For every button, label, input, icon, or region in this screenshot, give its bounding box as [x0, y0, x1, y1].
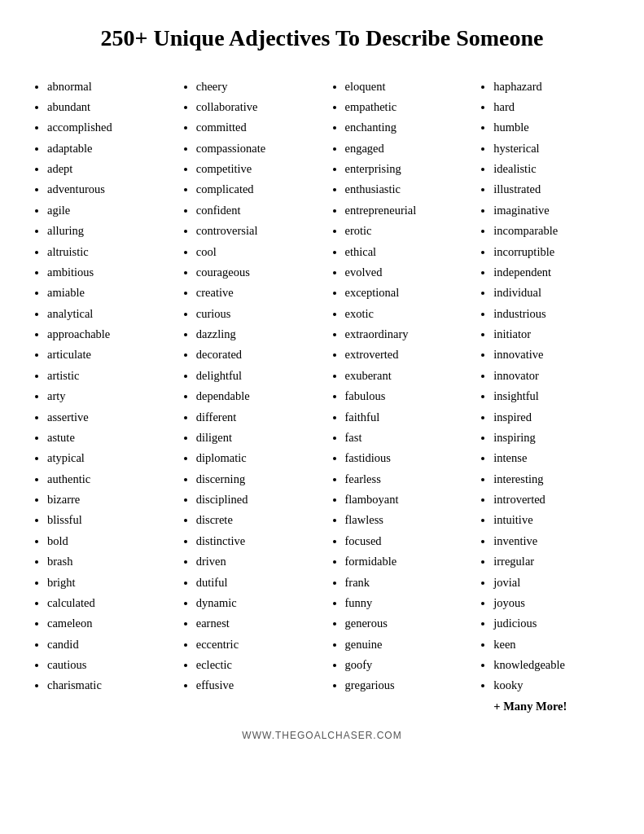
- list-item: amiable: [47, 283, 165, 303]
- list-item: individual: [493, 283, 611, 303]
- list-item: cheery: [196, 77, 314, 97]
- list-item: fast: [345, 428, 463, 448]
- list-item: enthusiastic: [345, 179, 463, 200]
- list-item: focused: [345, 531, 463, 551]
- list-item: insightful: [493, 386, 611, 406]
- list-item: eccentric: [196, 634, 314, 655]
- list-item: introverted: [493, 489, 611, 510]
- list-item: confident: [196, 200, 314, 221]
- list-item: assertive: [47, 407, 165, 428]
- list-item: exotic: [345, 304, 463, 324]
- list-item: intense: [493, 448, 611, 468]
- list-item: fearless: [345, 469, 463, 489]
- list-item: judicious: [493, 613, 611, 634]
- list-item: arty: [47, 386, 165, 406]
- list-item: analytical: [47, 304, 165, 324]
- many-more-label: + Many More!: [479, 700, 611, 713]
- list-item: genuine: [345, 634, 463, 655]
- list-item: cool: [196, 242, 314, 262]
- word-list-4: haphazardhardhumblehystericalidealistici…: [479, 77, 611, 696]
- list-item: adaptable: [47, 138, 165, 159]
- list-item: accomplished: [47, 117, 165, 138]
- list-item: astute: [47, 428, 165, 448]
- list-item: knowledgeable: [493, 655, 611, 675]
- list-item: candid: [47, 634, 165, 655]
- list-item: blissful: [47, 510, 165, 530]
- list-item: delightful: [196, 366, 314, 386]
- list-item: flamboyant: [345, 489, 463, 510]
- list-item: imaginative: [493, 200, 611, 221]
- list-item: innovative: [493, 345, 611, 365]
- list-item: inspired: [493, 407, 611, 428]
- list-item: joyous: [493, 593, 611, 613]
- list-item: funny: [345, 593, 463, 613]
- list-item: irregular: [493, 551, 611, 572]
- list-item: articulate: [47, 345, 165, 365]
- list-item: dynamic: [196, 593, 314, 613]
- list-item: ethical: [345, 242, 463, 262]
- list-item: adventurous: [47, 179, 165, 200]
- column-3: eloquentempatheticenchantingengagedenter…: [326, 77, 467, 713]
- list-item: abundant: [47, 97, 165, 117]
- list-item: extraordinary: [345, 324, 463, 345]
- list-item: curious: [196, 304, 314, 324]
- list-item: approachable: [47, 324, 165, 345]
- list-item: artistic: [47, 366, 165, 386]
- list-item: interesting: [493, 469, 611, 489]
- list-item: agile: [47, 200, 165, 221]
- list-item: complicated: [196, 179, 314, 200]
- website-footer: WWW.THEGOALCHASER.COM: [28, 730, 616, 741]
- list-item: goofy: [345, 655, 463, 675]
- list-item: exceptional: [345, 283, 463, 303]
- list-item: charismatic: [47, 675, 165, 696]
- list-item: alluring: [47, 221, 165, 241]
- list-item: evolved: [345, 262, 463, 283]
- list-item: courageous: [196, 262, 314, 283]
- list-item: dazzling: [196, 324, 314, 345]
- list-item: jovial: [493, 573, 611, 593]
- list-item: bright: [47, 573, 165, 593]
- list-item: empathetic: [345, 97, 463, 117]
- list-item: inventive: [493, 531, 611, 551]
- word-list-1: abnormalabundantaccomplishedadaptableade…: [33, 77, 165, 696]
- column-1: abnormalabundantaccomplishedadaptableade…: [28, 77, 169, 713]
- list-item: different: [196, 407, 314, 428]
- list-item: abnormal: [47, 77, 165, 97]
- list-item: inspiring: [493, 428, 611, 448]
- list-item: bold: [47, 531, 165, 551]
- list-item: incorruptible: [493, 242, 611, 262]
- list-item: competitive: [196, 159, 314, 179]
- list-item: ambitious: [47, 262, 165, 283]
- list-item: humble: [493, 117, 611, 138]
- list-item: committed: [196, 117, 314, 138]
- list-item: altruistic: [47, 242, 165, 262]
- list-item: hard: [493, 97, 611, 117]
- list-item: exuberant: [345, 366, 463, 386]
- column-2: cheerycollaborativecommittedcompassionat…: [177, 77, 318, 713]
- column-4: haphazardhardhumblehystericalidealistici…: [475, 77, 616, 713]
- list-item: brash: [47, 551, 165, 572]
- list-item: earnest: [196, 613, 314, 634]
- list-item: entrepreneurial: [345, 200, 463, 221]
- word-list-3: eloquentempatheticenchantingengagedenter…: [331, 77, 463, 696]
- list-item: fastidious: [345, 448, 463, 468]
- list-item: atypical: [47, 448, 165, 468]
- list-item: incomparable: [493, 221, 611, 241]
- list-item: driven: [196, 551, 314, 572]
- list-item: flawless: [345, 510, 463, 530]
- list-item: distinctive: [196, 531, 314, 551]
- list-item: discerning: [196, 469, 314, 489]
- list-item: gregarious: [345, 675, 463, 696]
- list-item: keen: [493, 634, 611, 655]
- list-item: collaborative: [196, 97, 314, 117]
- list-item: hysterical: [493, 138, 611, 159]
- list-item: dependable: [196, 386, 314, 406]
- list-item: intuitive: [493, 510, 611, 530]
- list-item: kooky: [493, 675, 611, 696]
- list-item: industrious: [493, 304, 611, 324]
- list-item: enterprising: [345, 159, 463, 179]
- list-item: diplomatic: [196, 448, 314, 468]
- page-title: 250+ Unique Adjectives To Describe Someo…: [28, 24, 616, 52]
- list-item: generous: [345, 613, 463, 634]
- list-item: faithful: [345, 407, 463, 428]
